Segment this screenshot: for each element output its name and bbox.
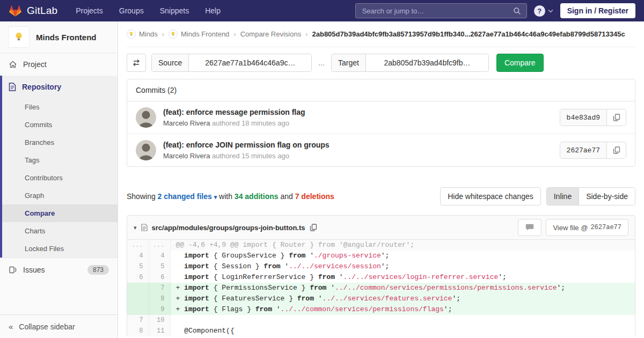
old-line-number[interactable]: 7 — [127, 315, 149, 326]
sidebar-item-contributors[interactable]: Contributors — [2, 169, 118, 187]
nav-item-help[interactable]: Help — [205, 6, 221, 15]
project-context-header[interactable]: Minds Frontend — [0, 21, 118, 53]
old-line-number[interactable]: 5 — [127, 261, 149, 272]
changed-files-dropdown[interactable]: 2 changed files ▾ — [158, 192, 217, 201]
navbar-left: GitLab Projects Groups Snippets Help — [9, 4, 221, 17]
code-line: + import { Flags } from '../../common/se… — [170, 304, 635, 315]
compare-form: Source 2627ae77a1b464c46a9c… ... Target … — [127, 54, 635, 72]
breadcrumb-compare-revisions[interactable]: Compare Revisions — [240, 30, 301, 38]
logo-text: GitLab — [27, 5, 57, 17]
navbar-right: ? Sign in / Register — [355, 3, 635, 18]
sidebar-nav: Project Repository Files Commits Branche… — [0, 53, 118, 314]
nav-item-groups[interactable]: Groups — [119, 6, 144, 15]
sidebar-item-charts[interactable]: Charts — [2, 222, 118, 240]
sidebar-item-compare[interactable]: Compare — [2, 204, 118, 222]
commit-row: (feat): enforce message permission flag … — [127, 101, 635, 134]
search-box[interactable] — [355, 3, 527, 18]
search-icon — [513, 7, 521, 15]
old-line-number[interactable]: 4 — [127, 251, 149, 261]
commit-meta: Marcelo Rivera authored 18 minutes ago — [163, 119, 560, 127]
view-file-button[interactable]: View file @ 2627ae77 — [546, 219, 628, 236]
sidebar-item-tags[interactable]: Tags — [2, 151, 118, 169]
new-line-number[interactable]: ... — [149, 240, 170, 251]
sidebar-item-locked-files[interactable]: Locked Files — [2, 240, 118, 258]
document-icon — [9, 83, 16, 91]
new-line-number[interactable]: 7 — [149, 283, 170, 293]
comment-icon — [525, 224, 534, 231]
stats-and: and — [280, 192, 292, 201]
sidebar-item-files[interactable]: Files — [2, 98, 118, 116]
gitlab-logo[interactable]: GitLab — [9, 4, 57, 17]
collapse-diff-caret[interactable]: ▾ — [134, 224, 137, 231]
sidebar-item-graph[interactable]: Graph — [2, 187, 118, 204]
sidebar-item-project[interactable]: Project — [0, 53, 118, 76]
source-ref-group: Source 2627ae77a1b464c46a9c… — [151, 54, 312, 72]
source-label: Source — [152, 54, 189, 71]
toggle-comments-button[interactable] — [518, 219, 541, 236]
nav-item-snippets[interactable]: Snippets — [160, 6, 189, 15]
old-line-number[interactable] — [127, 304, 149, 315]
collapse-sidebar-button[interactable]: « Collapse sidebar — [0, 314, 118, 338]
new-line-number[interactable]: 10 — [149, 315, 170, 326]
old-line-number[interactable] — [127, 293, 149, 304]
copy-sha-button[interactable] — [607, 142, 626, 158]
old-line-number[interactable]: 8 — [127, 326, 149, 336]
diff-line: 9+ import { Flags } from '../../common/s… — [127, 304, 635, 315]
copy-path-button[interactable] — [310, 224, 317, 231]
breadcrumb-label: Minds Frontend — [181, 30, 229, 38]
new-line-number[interactable]: 9 — [149, 304, 170, 315]
new-line-number[interactable]: 8 — [149, 293, 170, 304]
old-line-number[interactable] — [127, 283, 149, 293]
breadcrumb-minds-frontend[interactable]: Minds Frontend — [169, 30, 229, 39]
project-avatar — [8, 26, 30, 48]
collapse-icon: « — [9, 322, 13, 331]
sidebar-item-repository[interactable]: Repository — [2, 76, 118, 98]
sidebar-item-commits[interactable]: Commits — [2, 116, 118, 134]
commit-author-link[interactable]: Marcelo Rivera — [163, 152, 210, 160]
caret-down-icon: ▾ — [214, 194, 217, 200]
changed-files-label: 2 changed files — [158, 192, 212, 201]
nav-item-projects[interactable]: Projects — [76, 6, 103, 15]
diff-line: 811 @Component({ — [127, 326, 635, 336]
user-avatar[interactable] — [136, 140, 156, 160]
deletions-count: 7 deletions — [295, 192, 334, 201]
side-by-side-view-button[interactable]: Side-by-side — [579, 188, 635, 205]
copy-icon — [310, 224, 317, 231]
code-line: import { LoginReferrerService } from '..… — [170, 272, 635, 283]
diff-line: ......@@ -4,6 +4,9 @@ import { Router } … — [127, 240, 635, 251]
copy-icon — [613, 146, 620, 154]
swap-revisions-button[interactable] — [127, 54, 146, 72]
breadcrumb-current-hashes: 2ab805d7b39ad4bfc9fb3a85713957d9b1ffb340… — [312, 30, 625, 38]
target-ref-group: Target 2ab805d7b39ad4bfc9fb… — [331, 54, 489, 72]
new-line-number[interactable]: 5 — [149, 261, 170, 272]
view-file-label: View file @ — [553, 224, 588, 232]
commit-sha[interactable]: b4e83ad9 — [560, 109, 607, 126]
hide-whitespace-button[interactable]: Hide whitespace changes — [440, 187, 541, 205]
copy-sha-button[interactable] — [607, 109, 626, 126]
user-avatar[interactable] — [136, 107, 156, 128]
target-ref-field[interactable]: 2ab805d7b39ad4bfc9fb… — [366, 54, 488, 71]
commit-author-link[interactable]: Marcelo Rivera — [163, 119, 210, 127]
sidebar-item-issues[interactable]: Issues 873 — [0, 258, 118, 282]
help-menu[interactable]: ? — [534, 5, 553, 17]
diff-file-path-link[interactable]: src/app/modules/groups/groups-join-butto… — [152, 224, 305, 232]
sidebar-item-branches[interactable]: Branches — [2, 134, 118, 151]
old-line-number[interactable]: 6 — [127, 272, 149, 283]
breadcrumb-minds[interactable]: Minds — [127, 30, 158, 39]
commit-title-link[interactable]: (feat): enforce JOIN permission flag on … — [163, 141, 560, 149]
chevron-down-icon — [548, 9, 553, 13]
commit-sha[interactable]: 2627ae77 — [560, 142, 607, 158]
view-file-hash: 2627ae77 — [590, 224, 621, 231]
new-line-number[interactable]: 11 — [149, 326, 170, 336]
new-line-number[interactable]: 6 — [149, 272, 170, 283]
diff-line: 66 import { LoginReferrerService } from … — [127, 272, 635, 283]
commit-title-link[interactable]: (feat): enforce message permission flag — [163, 108, 560, 116]
old-line-number[interactable]: ... — [127, 240, 149, 251]
search-input[interactable] — [361, 6, 513, 16]
source-ref-field[interactable]: 2627ae77a1b464c46a9c… — [189, 54, 311, 71]
tanuki-icon — [9, 4, 22, 17]
inline-view-button[interactable]: Inline — [547, 188, 579, 205]
sign-in-button[interactable]: Sign in / Register — [560, 3, 635, 18]
new-line-number[interactable]: 4 — [149, 251, 170, 261]
compare-button[interactable]: Compare — [496, 54, 544, 72]
